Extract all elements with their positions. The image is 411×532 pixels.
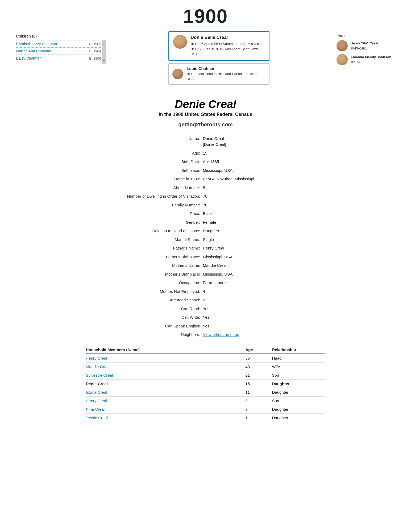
detail-row: Birthplace:Mississippi, USA	[113, 168, 299, 174]
scroll-down-icon[interactable]	[103, 58, 105, 63]
parent-item[interactable]: Amanda Mandy Johnson 1857–	[337, 54, 395, 65]
primary-person-card[interactable]: Donie Belle Creal B: B: 26 Apr 1886 in S…	[168, 31, 269, 61]
details-table: Name:Denie Creal[Donie Creal]Age:15Birth…	[113, 136, 299, 338]
detail-value: 4	[203, 289, 205, 295]
detail-label: Name:	[113, 136, 203, 142]
children-wrapper: Elizabeth Lizzy ChatmanB: 1903Martha Ann…	[16, 40, 101, 62]
detail-label: Number of Dwelling in Order of Visitatio…	[113, 193, 203, 200]
household-member-name[interactable]: Mandie Creal	[86, 362, 246, 371]
website-link[interactable]: getting2theroots.com	[178, 122, 233, 127]
parent-avatar	[337, 54, 348, 65]
center-card-area: Donie Belle Creal B: B: 26 Apr 1886 in S…	[168, 31, 269, 85]
detail-row: Number of Dwelling in Order of Visitatio…	[113, 193, 299, 200]
parent-item[interactable]: Henry "Pa" Creal 1843–1923	[337, 40, 395, 51]
detail-label: Birthplace:	[113, 168, 203, 174]
child-name: Daisy Chatman	[16, 56, 87, 60]
detail-value: Single	[203, 237, 214, 243]
household-member-name[interactable]: Inzula Creal	[86, 388, 246, 396]
detail-value: Female	[203, 219, 216, 226]
primary-person-name: Donie Belle Creal	[191, 35, 265, 40]
parent-years: 1857–	[350, 60, 391, 65]
children-title: Children (6)	[16, 34, 101, 38]
secondary-person-card[interactable]: Louis Chatman B: B: 2 Mar 1884 in Richla…	[168, 63, 269, 85]
child-row[interactable]: Daisy ChatmanB: 1908	[16, 55, 101, 62]
parent-info: Henry "Pa" Creal 1843–1923	[350, 41, 378, 51]
detail-row: Attended School:2	[113, 297, 299, 303]
child-name: Martha Ann Chatman	[16, 49, 87, 53]
detail-value: 2	[203, 297, 205, 303]
detail-row: Home in 1900:Beat 4, Noxubee, Mississipp…	[113, 176, 299, 182]
detail-value: Yes	[203, 323, 209, 329]
household-member-age: 9	[246, 396, 272, 405]
household-member-name[interactable]: Tessie Creal	[86, 413, 246, 422]
page-title: Denie Creal	[21, 98, 390, 111]
detail-value: 78	[203, 202, 207, 208]
detail-value: Denie Creal[Donie Creal]	[203, 136, 226, 148]
detail-label: Father's Name:	[113, 245, 203, 251]
detail-label: Months Not Employed:	[113, 289, 203, 295]
detail-label: Mother's Name:	[113, 263, 203, 269]
scroll-up-icon[interactable]	[103, 41, 105, 45]
detail-row: Can Write:Yes	[113, 314, 299, 321]
household-member-name[interactable]: Sylvestre Creal	[86, 371, 246, 379]
child-row[interactable]: Elizabeth Lizzy ChatmanB: 1903	[16, 40, 101, 48]
household-member-relationship: Daughter	[272, 388, 325, 396]
household-table: Household Members (Name)AgeRelationshipH…	[86, 346, 325, 422]
detail-value: Mississippi, USA	[203, 168, 233, 174]
household-member-name[interactable]: Nina Creal	[86, 405, 246, 413]
household-member-name[interactable]: Henry Creal	[86, 396, 246, 405]
detail-label: Can Write:	[113, 314, 203, 321]
child-row[interactable]: Martha Ann ChatmanB: 1904	[16, 48, 101, 55]
parent-name: Henry "Pa" Creal	[350, 41, 378, 46]
parents-title: Parents	[337, 34, 395, 38]
top-section: Children (6) Elizabeth Lizzy ChatmanB: 1…	[0, 31, 411, 85]
detail-value: 5	[203, 185, 205, 191]
parent-years: 1843–1923	[350, 46, 378, 51]
detail-value: Beat 4, Noxubee, Mississippi	[203, 176, 254, 182]
detail-row: Father's Birthplace:Mississippi, USA	[113, 254, 299, 260]
household-section: Household Members (Name)AgeRelationshipH…	[86, 346, 325, 422]
household-member-relationship: Son	[272, 396, 325, 405]
detail-row: Gender:Female	[113, 219, 299, 226]
secondary-person-info: Louis Chatman B: B: 2 Mar 1884 in Richla…	[187, 66, 265, 82]
detail-label: Neighbors:	[113, 332, 203, 338]
household-row: Tessie Creal1Daughter	[86, 413, 325, 422]
secondary-person-avatar	[172, 69, 183, 79]
children-scroll[interactable]	[102, 40, 106, 64]
household-member-age: 7	[246, 405, 272, 413]
main-content: Denie Creal in the 1900 United States Fe…	[0, 85, 411, 441]
detail-label: Relation to Head of House:	[113, 228, 203, 234]
household-row: Mandie Creal43Wife	[86, 362, 325, 371]
child-birth: B: 1904	[89, 49, 101, 53]
household-header-2: Relationship	[272, 346, 325, 354]
household-header-0: Household Members (Name)	[86, 346, 246, 354]
household-member-relationship: Son	[272, 371, 325, 379]
detail-row: Age:15	[113, 150, 299, 156]
parents-list: Henry "Pa" Creal 1843–1923 Amanda Mandy …	[337, 40, 395, 65]
household-member-age: 1	[246, 413, 272, 422]
child-birth: B: 1908	[89, 56, 101, 60]
detail-value: Yes	[203, 314, 209, 321]
detail-label: Gender:	[113, 219, 203, 226]
detail-label: Father's Birthplace:	[113, 254, 203, 260]
child-name: Elizabeth Lizzy Chatman	[16, 42, 87, 46]
detail-row: Race:Black	[113, 211, 299, 217]
year-header: 1900	[0, 0, 411, 30]
household-member-relationship: Head	[272, 354, 325, 363]
detail-row: Neighbors:View others on page	[113, 332, 299, 338]
household-member-name[interactable]: Henry Creal	[86, 354, 246, 363]
household-row: Henry Creal56Head	[86, 354, 325, 363]
detail-row: Sheet Number:5	[113, 185, 299, 191]
detail-value: Mississippi, USA	[203, 271, 233, 277]
detail-label: Can Read:	[113, 306, 203, 312]
detail-label: Home in 1900:	[113, 176, 203, 182]
detail-row: Name:Denie Creal[Donie Creal]	[113, 136, 299, 148]
household-row: Sylvestre Creal21Son	[86, 371, 325, 379]
detail-value: Mandie Creal	[203, 263, 227, 269]
household-row: Henry Creal9Son	[86, 396, 325, 405]
detail-value[interactable]: View others on page	[203, 332, 239, 338]
detail-label: Mother's Birthplace:	[113, 271, 203, 277]
detail-row: Mother's Name:Mandie Creal	[113, 263, 299, 269]
detail-value: Apr 1885	[203, 159, 219, 165]
detail-label: Can Speak English:	[113, 323, 203, 329]
